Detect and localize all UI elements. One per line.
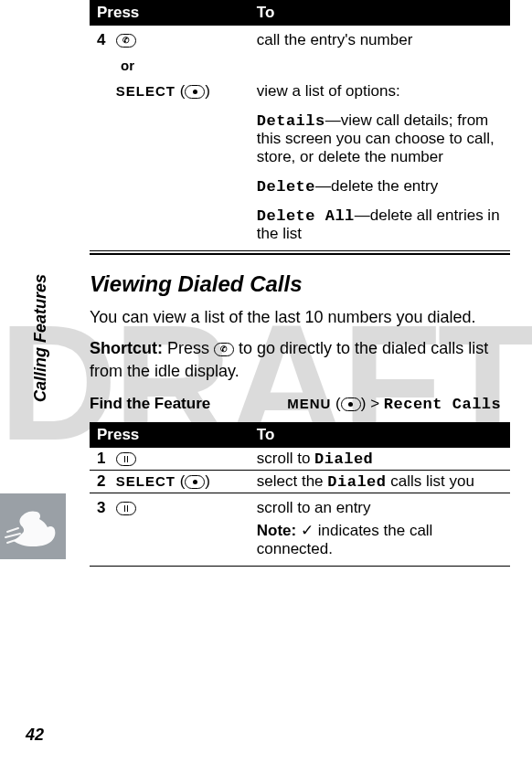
menu-path-recent-calls: Recent Calls xyxy=(384,396,501,413)
option-details-cmd: Details xyxy=(257,112,325,130)
path-separator: > xyxy=(370,395,379,412)
select-softkey-label: SELECT xyxy=(116,473,176,489)
page-number: 42 xyxy=(26,726,44,745)
intro-paragraph: You can view a list of the last 10 numbe… xyxy=(90,306,510,328)
center-select-key-icon xyxy=(185,85,205,99)
col-header-press: Press xyxy=(90,422,250,448)
center-select-key-icon xyxy=(341,397,361,411)
find-the-feature-label: Find the Feature xyxy=(90,395,287,413)
col-header-to: To xyxy=(250,422,510,448)
shortcut-paragraph: Shortcut: Press ✆ to go directly to the … xyxy=(90,337,510,382)
nav-key-icon xyxy=(116,452,136,466)
row2-to-post: calls list you xyxy=(387,472,474,490)
find-the-feature-row: Find the Feature MENU () > Recent Calls xyxy=(90,395,510,413)
option-delete-desc: —delete the entry xyxy=(315,177,438,195)
section-heading: Viewing Dialed Calls xyxy=(90,271,510,297)
option-delete-cmd: Delete xyxy=(257,178,315,196)
option-deleteall-cmd: Delete All xyxy=(257,207,355,225)
note-label: Note: xyxy=(257,522,296,539)
or-separator: or xyxy=(121,58,134,73)
nav-key-icon xyxy=(116,502,136,515)
send-key-icon: ✆ xyxy=(116,34,136,48)
section-label-vertical: Calling Features xyxy=(31,274,50,402)
step-number: 3 xyxy=(97,499,112,517)
press-to-table-continued: Press To 4 ✆ call the entry's number or … xyxy=(90,0,510,251)
call-action-text: call the entry's number xyxy=(250,26,510,51)
col-header-press: Press xyxy=(90,0,250,26)
checkmark-icon: ✓ xyxy=(301,522,314,539)
center-select-key-icon xyxy=(185,475,205,489)
step-number: 4 xyxy=(97,31,112,49)
shortcut-label: Shortcut: xyxy=(90,339,163,357)
row1-to-pre: scroll to xyxy=(257,450,314,467)
step-number: 1 xyxy=(97,450,112,468)
step-number: 2 xyxy=(97,472,112,491)
menu-softkey-label: MENU xyxy=(287,396,331,411)
phone-icon-badge xyxy=(0,493,66,559)
select-softkey-label: SELECT xyxy=(116,83,176,99)
row2-to-pre: select the xyxy=(257,472,328,490)
row3-to-pre: scroll to an entry xyxy=(257,499,371,516)
send-key-icon: ✆ xyxy=(214,343,234,356)
row2-to-cmd: Dialed xyxy=(327,473,386,491)
row1-to-cmd: Dialed xyxy=(314,450,373,468)
col-header-to: To xyxy=(250,0,510,26)
select-action-text: view a list of options: xyxy=(250,77,510,102)
sidebar: Calling Features 42 xyxy=(0,0,66,763)
press-to-table-dialed: Press To 1 scroll to Dialed 2 SELECT () … xyxy=(90,422,510,567)
shortcut-pre: Press xyxy=(163,339,214,357)
